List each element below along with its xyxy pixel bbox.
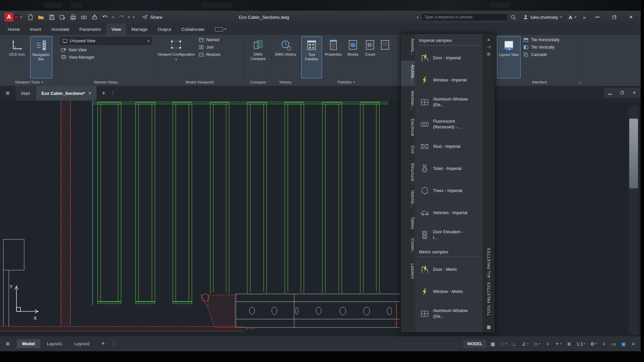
annotation-add-icon[interactable]: +: [601, 341, 607, 347]
tab-view[interactable]: View: [106, 23, 126, 35]
palette-item[interactable]: Fluorescent: [418, 325, 483, 332]
tab-parametric[interactable]: Parametric: [74, 23, 106, 35]
save-as-icon[interactable]: [59, 13, 66, 21]
palette-tab-civil[interactable]: Civil: [401, 141, 415, 159]
auto-hide-icon[interactable]: ⊣: [487, 43, 490, 51]
drawing-restore-icon[interactable]: [620, 91, 624, 95]
collapse-chevrons-icon[interactable]: »: [583, 14, 586, 20]
tile-vertically-button[interactable]: Tile Vertically: [521, 44, 562, 51]
undo-icon[interactable]: [102, 13, 109, 21]
palette-item[interactable]: Door Elevation - I...: [418, 224, 483, 246]
palette-item[interactable]: Window - Imperial: [418, 69, 483, 91]
app-menu-button[interactable]: A LT ▾: [5, 13, 22, 21]
share-button[interactable]: Share: [142, 14, 162, 20]
palette-item[interactable]: Door - Metric: [418, 258, 483, 281]
blocks-button[interactable]: Blocks: [344, 36, 362, 78]
tab-annotate[interactable]: Annotate: [46, 23, 74, 35]
file-tabs-menu-icon[interactable]: ≡: [0, 86, 15, 101]
dwg-history-button[interactable]: DWG History: [275, 36, 297, 78]
navigation-bar-button[interactable]: Navigation Bar: [30, 36, 52, 78]
isolate-objects-icon[interactable]: ▭: [610, 341, 617, 347]
autodesk-access-button[interactable]: A ▾: [569, 14, 576, 20]
panel-label-viewport-tools[interactable]: Viewport Tools▾: [1, 78, 57, 86]
palette-tab-electrical[interactable]: Electrical: [401, 114, 415, 141]
palette-item[interactable]: Stud - Imperial: [418, 135, 483, 158]
customize-icon[interactable]: ≡: [630, 341, 637, 347]
palette-item[interactable]: Fluorescent (Recessed) -...: [418, 113, 483, 135]
isodraft-icon[interactable]: ◇▾: [532, 341, 541, 347]
search-icon[interactable]: [511, 14, 516, 20]
layout-tab-layout1[interactable]: Layout1: [42, 339, 68, 348]
drawing-canvas[interactable]: Y X: [0, 101, 641, 336]
palette-tab-structural[interactable]: Structural: [401, 159, 415, 186]
palette-view-options-icon[interactable]: ▦: [487, 324, 491, 329]
close-button[interactable]: ×: [626, 13, 636, 21]
drawing-scrollbar[interactable]: [629, 106, 639, 335]
annotation-scale-label[interactable]: 1:1▾: [576, 341, 586, 347]
lineweight-icon[interactable]: ≣: [566, 341, 573, 347]
plot-icon[interactable]: [69, 13, 77, 21]
new-drawing-tab-button[interactable]: +: [97, 86, 110, 101]
graphics-performance-icon[interactable]: ▣: [620, 341, 627, 347]
new-view-button[interactable]: New View: [58, 46, 153, 54]
view-manager-button[interactable]: View Manager: [58, 54, 153, 61]
palette-tab-annota[interactable]: Annota...: [401, 34, 415, 60]
print-preview-icon[interactable]: [80, 13, 88, 21]
publish-icon[interactable]: [91, 13, 98, 21]
polar-tracking-icon[interactable]: ∠▾: [521, 341, 529, 347]
workspace-gear-icon[interactable]: ⚙▾: [589, 341, 598, 347]
scrollbar-thumb[interactable]: [629, 119, 638, 188]
search-collapse-icon[interactable]: ▸: [417, 15, 419, 19]
palette-item[interactable]: Window - Metric: [418, 281, 483, 303]
tab-output[interactable]: Output: [153, 23, 176, 35]
palette-item[interactable]: Door - Imperial: [418, 47, 483, 69]
palette-item[interactable]: Toilet - Imperial: [418, 158, 483, 180]
count-button[interactable]: Count: [362, 36, 378, 78]
redo-icon[interactable]: [117, 13, 125, 21]
panel-launcher-icon[interactable]: ↘: [579, 80, 581, 84]
object-snap-icon[interactable]: ⌖▾: [554, 340, 562, 347]
minimize-button[interactable]: [592, 13, 602, 21]
tab-start[interactable]: Start: [15, 86, 35, 101]
panel-label-palettes[interactable]: Palettes▾: [300, 78, 393, 86]
restore-viewports-button[interactable]: Restore: [196, 51, 223, 58]
palette-tab-comm[interactable]: Comm...: [401, 234, 415, 259]
new-file-icon[interactable]: [26, 13, 34, 21]
palette-tab-hatche[interactable]: Hatche...: [401, 186, 415, 213]
qat-customize-icon[interactable]: ▾: [133, 15, 135, 19]
grid-display-icon[interactable]: ▦: [489, 341, 496, 347]
new-layout-button[interactable]: +: [97, 340, 110, 347]
tab-collaborate[interactable]: Collaborate: [176, 23, 209, 35]
drawing-minimize-icon[interactable]: [608, 90, 612, 96]
redo-dropdown-icon[interactable]: ▾: [128, 15, 130, 19]
save-icon[interactable]: [48, 13, 55, 21]
palette-item[interactable]: Vehicles - Imperial: [418, 202, 483, 224]
ortho-mode-icon[interactable]: ∟: [511, 341, 518, 347]
drawing-close-icon[interactable]: ×: [633, 90, 636, 96]
close-tab-icon[interactable]: ×: [89, 90, 91, 96]
layout-menu-icon[interactable]: ≡: [0, 340, 15, 348]
tile-horizontally-button[interactable]: Tile Horizontally: [521, 36, 562, 44]
user-account-button[interactable]: luke.cholmsky ▾: [523, 14, 562, 20]
ucs-icon-button[interactable]: UCS Icon: [6, 36, 28, 78]
layout-tabs-button[interactable]: Layout Tabs: [497, 36, 521, 78]
tab-insert[interactable]: Insert: [25, 23, 46, 35]
palette-tab-mechan[interactable]: Mechan...: [401, 86, 415, 114]
palette-close-icon[interactable]: ×: [487, 36, 490, 43]
undo-dropdown-icon[interactable]: ▾: [112, 15, 114, 19]
clipped-palette-button[interactable]: [379, 36, 391, 78]
layout-tab-layout2[interactable]: Layout2: [69, 339, 95, 348]
tab-drawing[interactable]: Eco Cabin_Sections* ×: [36, 86, 96, 101]
palette-item[interactable]: Aluminum Window (Ele...: [418, 91, 483, 113]
named-viewports-button[interactable]: Named: [196, 36, 223, 44]
dwg-compare-button[interactable]: DWG Compare: [247, 36, 269, 78]
palette-tab-leaders[interactable]: Leaders: [401, 259, 415, 284]
join-viewports-button[interactable]: Join: [196, 44, 223, 51]
search-input[interactable]: [421, 13, 508, 21]
ribbon-display-options[interactable]: ▾: [215, 23, 226, 35]
palette-tab-archite[interactable]: Archite...: [401, 60, 415, 86]
view-dropdown[interactable]: Unsaved View ▾: [60, 37, 152, 45]
snap-mode-icon[interactable]: ∷▾: [499, 341, 508, 347]
palette-item[interactable]: Aluminum Window (Ele...: [418, 303, 483, 325]
cascade-button[interactable]: Cascade: [521, 51, 562, 58]
